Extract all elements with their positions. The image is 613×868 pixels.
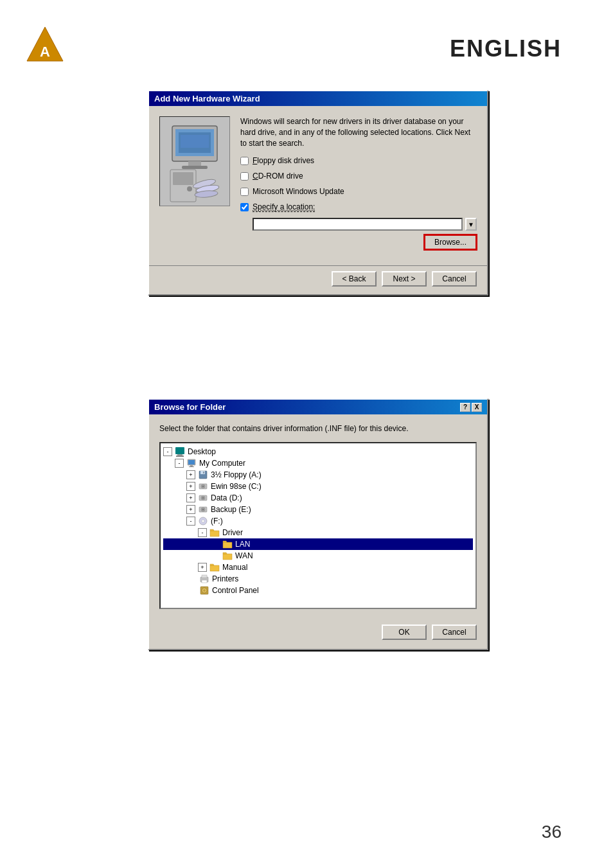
- cancel-button-browse[interactable]: Cancel: [432, 624, 477, 640]
- controlpanel-icon: [199, 585, 209, 596]
- cdrom-label: CD-ROM drive: [253, 172, 303, 181]
- harddisk-icon: [198, 504, 208, 515]
- svg-rect-5: [188, 161, 201, 166]
- tree-label-manual: Manual: [222, 563, 247, 572]
- tree-expander-backup[interactable]: +: [186, 505, 195, 514]
- svg-text:A: A: [40, 44, 50, 60]
- svg-point-35: [202, 520, 204, 522]
- printer-icon: [199, 574, 209, 584]
- tree-expander-desktop[interactable]: -: [163, 447, 172, 456]
- tree-expander-floppy[interactable]: +: [186, 470, 195, 479]
- location-input-area: ▼: [253, 218, 477, 231]
- tree-item-lan[interactable]: LAN: [163, 538, 473, 550]
- tree-item-data[interactable]: +Data (D:): [163, 492, 473, 504]
- browse-button[interactable]: Browse...: [424, 235, 477, 250]
- floppy-icon: [198, 470, 208, 480]
- cdrom-icon: [198, 516, 208, 526]
- tree-label-printers: Printers: [212, 574, 238, 583]
- tree-label-desktop: Desktop: [188, 447, 216, 456]
- wizard-description: Windows will search for new drivers in i…: [240, 116, 477, 148]
- tree-item-backup[interactable]: +Backup (E:): [163, 504, 473, 515]
- svg-rect-8: [173, 172, 193, 185]
- tree-item-printers[interactable]: Printers: [163, 573, 473, 585]
- specify-label: Specify a location:: [253, 202, 315, 211]
- browse-footer: OK Cancel: [149, 618, 487, 649]
- folder-icon: [209, 527, 220, 538]
- tree-expander-mycomputer[interactable]: -: [175, 459, 184, 468]
- close-button[interactable]: X: [472, 403, 482, 412]
- wizard-dialog: Add New Hardware Wizard: [148, 90, 488, 296]
- harddisk-icon: [198, 493, 208, 503]
- svg-rect-6: [182, 166, 208, 169]
- location-input[interactable]: [253, 218, 463, 231]
- browse-title: Browse for Folder: [154, 402, 226, 412]
- tree-expander-data[interactable]: +: [186, 493, 195, 502]
- winupdate-label: Microsoft Windows Update: [253, 187, 344, 196]
- dropdown-arrow[interactable]: ▼: [465, 218, 477, 231]
- tree-label-mycomputer: My Computer: [199, 459, 245, 468]
- winupdate-row[interactable]: Microsoft Windows Update: [240, 187, 477, 196]
- tree-label-data: Data (D:): [211, 493, 242, 502]
- svg-rect-20: [190, 465, 193, 466]
- floppy-checkbox[interactable]: [240, 157, 249, 165]
- svg-rect-16: [177, 454, 182, 456]
- tree-item-floppy[interactable]: +3½ Floppy (A:): [163, 469, 473, 481]
- winupdate-checkbox[interactable]: [240, 188, 249, 196]
- computer-icon: [186, 458, 197, 468]
- back-button[interactable]: < Back: [332, 271, 377, 287]
- folder-tree[interactable]: -Desktop-My Computer+3½ Floppy (A:)+Ewin…: [159, 442, 477, 609]
- floppy-row[interactable]: Floppy disk drives: [240, 156, 477, 165]
- svg-point-27: [202, 486, 204, 487]
- tree-item-ewin[interactable]: +Ewin 98se (C:): [163, 481, 473, 492]
- svg-rect-24: [203, 472, 204, 474]
- wizard-title: Add New Hardware Wizard: [154, 94, 260, 103]
- cdrom-row[interactable]: CD-ROM drive: [240, 172, 477, 181]
- wizard-titlebar: Add New Hardware Wizard: [149, 91, 487, 106]
- svg-rect-37: [202, 575, 207, 578]
- tree-expander-manual[interactable]: +: [198, 563, 207, 572]
- title-controls: ? X: [460, 403, 482, 412]
- tree-item-manual[interactable]: +Manual: [163, 562, 473, 573]
- wizard-content-area: Windows will search for new drivers in i…: [240, 116, 477, 252]
- browse-row: Browse...: [240, 235, 477, 250]
- tree-label-ewin: Ewin 98se (C:): [211, 482, 262, 491]
- language-heading: ENGLISH: [450, 35, 562, 62]
- tree-label-f: (F:): [211, 517, 223, 526]
- tree-item-mycomputer[interactable]: -My Computer: [163, 457, 473, 469]
- svg-rect-17: [176, 456, 184, 457]
- svg-rect-19: [188, 460, 195, 465]
- browse-dialog: Browse for Folder ? X Select the folder …: [148, 398, 488, 650]
- svg-point-9: [187, 186, 192, 191]
- svg-rect-14: [181, 135, 209, 148]
- cdrom-checkbox[interactable]: [240, 172, 249, 181]
- svg-rect-21: [189, 466, 194, 467]
- browse-description: Select the folder that contains driver i…: [159, 423, 477, 434]
- tree-label-floppy: 3½ Floppy (A:): [211, 470, 262, 479]
- svg-point-33: [202, 509, 204, 510]
- tree-item-wan[interactable]: WAN: [163, 550, 473, 562]
- tree-expander-driver[interactable]: -: [198, 528, 207, 537]
- tree-item-desktop[interactable]: -Desktop: [163, 446, 473, 457]
- ok-button[interactable]: OK: [382, 624, 427, 640]
- specify-row[interactable]: Specify a location:: [240, 202, 477, 211]
- svg-rect-38: [202, 580, 207, 583]
- folder-icon: [222, 539, 233, 549]
- tree-item-f[interactable]: -(F:): [163, 515, 473, 527]
- tree-expander-f[interactable]: -: [186, 517, 195, 526]
- help-button[interactable]: ?: [460, 403, 470, 412]
- tree-expander-ewin[interactable]: +: [186, 482, 195, 491]
- specify-checkbox[interactable]: [240, 203, 249, 211]
- tree-label-backup: Backup (E:): [211, 505, 251, 514]
- svg-point-30: [202, 497, 204, 499]
- tree-label-controlpanel: Control Panel: [212, 586, 259, 595]
- wizard-image: [159, 116, 230, 206]
- svg-point-41: [203, 589, 206, 592]
- tree-item-controlpanel[interactable]: Control Panel: [163, 585, 473, 596]
- tree-label-driver: Driver: [222, 528, 243, 537]
- page-number: 36: [542, 822, 562, 842]
- wizard-footer: < Back Next > Cancel: [149, 265, 487, 294]
- svg-rect-15: [175, 447, 184, 454]
- cancel-button[interactable]: Cancel: [432, 271, 477, 287]
- tree-item-driver[interactable]: -Driver: [163, 527, 473, 538]
- next-button[interactable]: Next >: [382, 271, 427, 287]
